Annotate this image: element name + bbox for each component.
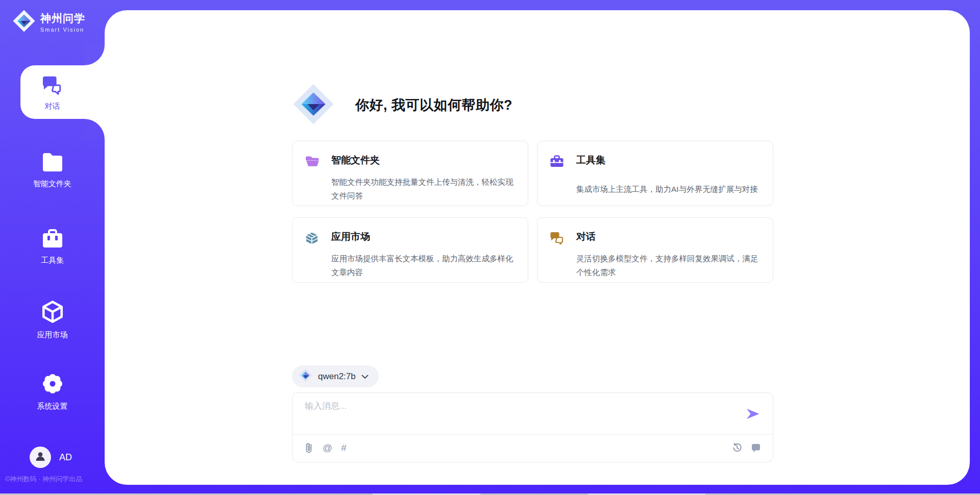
- feature-cards: 智能文件夹 智能文件夹功能支持批量文件上传与清洗，轻松实现文件问答 工具集 集成…: [292, 141, 773, 283]
- diamond-logo-icon: [12, 9, 36, 35]
- sidebar-item-label: 工具集: [41, 256, 64, 265]
- greeting-block: 你好, 我可以如何帮助你?: [292, 83, 512, 128]
- sidebar-item-label: 系统设置: [37, 402, 68, 411]
- sidebar-item-chat[interactable]: 对话: [0, 75, 105, 111]
- sidebar-item-toolset[interactable]: 工具集: [0, 229, 105, 265]
- history-icon[interactable]: [731, 442, 743, 453]
- greeting-title: 你好, 我可以如何帮助你?: [355, 96, 512, 114]
- diamond-logo-icon: [299, 368, 312, 384]
- card-app-market[interactable]: 应用市场 应用市场提供丰富长文本模板，助力高效生成多样化文章内容: [292, 217, 528, 283]
- hash-icon[interactable]: #: [341, 442, 347, 454]
- model-name: qwen2:7b: [318, 372, 356, 382]
- chat-bubbles-icon: [42, 75, 63, 97]
- brand-name: 神州问学: [40, 11, 85, 26]
- sidebar-item-label: 应用市场: [37, 330, 68, 340]
- message-input[interactable]: [305, 400, 739, 430]
- card-title: 工具集: [576, 154, 758, 178]
- folder-icon: [41, 152, 64, 175]
- model-selector[interactable]: qwen2:7b: [292, 365, 379, 387]
- message-icon[interactable]: [750, 442, 762, 453]
- user-profile[interactable]: AD: [30, 447, 72, 468]
- chat-bubbles-icon: [550, 231, 565, 244]
- avatar: [30, 447, 51, 468]
- card-description: 智能文件夹功能支持批量文件上传与清洗，轻松实现文件问答: [331, 175, 513, 206]
- briefcase-icon: [550, 155, 565, 168]
- main-content-panel: 你好, 我可以如何帮助你? 智能文件夹 智能文件夹功能支持批量文件上传与清洗，轻…: [105, 10, 970, 485]
- cube-grid-icon: [305, 231, 320, 244]
- card-description: 集成市场上主流工具，助力AI与外界无缝扩展与对接: [576, 182, 758, 206]
- sidebar-item-app-market[interactable]: 应用市场: [0, 300, 105, 340]
- brand-subtitle: Smart Vision: [40, 27, 85, 33]
- composer-divider: [292, 434, 773, 435]
- message-composer: @ #: [292, 392, 773, 462]
- card-chat[interactable]: 对话 灵活切换多模型文件，支持多样回复效果调试，满足个性化需求: [537, 217, 773, 283]
- tab-curve-bottom: [84, 119, 105, 139]
- copyright-footer: ©神州数码 · 神州问学出品: [5, 475, 82, 484]
- sidebar: 神州问学 Smart Vision 对话 智能文件夹: [0, 0, 105, 495]
- diamond-logo-icon: [292, 83, 335, 128]
- card-title: 应用市场: [331, 230, 513, 247]
- cube-icon: [41, 300, 64, 326]
- tab-curve-top: [84, 45, 105, 65]
- sidebar-item-label: 对话: [45, 102, 60, 111]
- sidebar-item-smart-folder[interactable]: 智能文件夹: [0, 152, 105, 189]
- card-toolset[interactable]: 工具集 集成市场上主流工具，助力AI与外界无缝扩展与对接: [537, 141, 773, 206]
- open-folder-icon: [305, 155, 320, 168]
- user-name: AD: [59, 452, 72, 463]
- sidebar-item-settings[interactable]: 系统设置: [0, 373, 105, 411]
- person-avatar-icon: [34, 450, 46, 464]
- chevron-down-icon: [361, 372, 369, 381]
- attachment-icon[interactable]: [304, 442, 314, 454]
- sidebar-item-label: 智能文件夹: [33, 179, 71, 189]
- card-title: 对话: [576, 230, 758, 247]
- send-arrow-icon[interactable]: [745, 406, 761, 422]
- toolbox-icon: [41, 229, 64, 251]
- card-description: 应用市场提供丰富长文本模板，助力高效生成多样化文章内容: [331, 252, 513, 282]
- gear-icon: [41, 373, 64, 397]
- mention-at-icon[interactable]: @: [323, 442, 332, 454]
- brand-logo: 神州问学 Smart Vision: [12, 9, 85, 35]
- card-smart-folder[interactable]: 智能文件夹 智能文件夹功能支持批量文件上传与清洗，轻松实现文件问答: [292, 141, 528, 206]
- card-description: 灵活切换多模型文件，支持多样回复效果调试，满足个性化需求: [576, 252, 758, 282]
- card-title: 智能文件夹: [331, 154, 513, 171]
